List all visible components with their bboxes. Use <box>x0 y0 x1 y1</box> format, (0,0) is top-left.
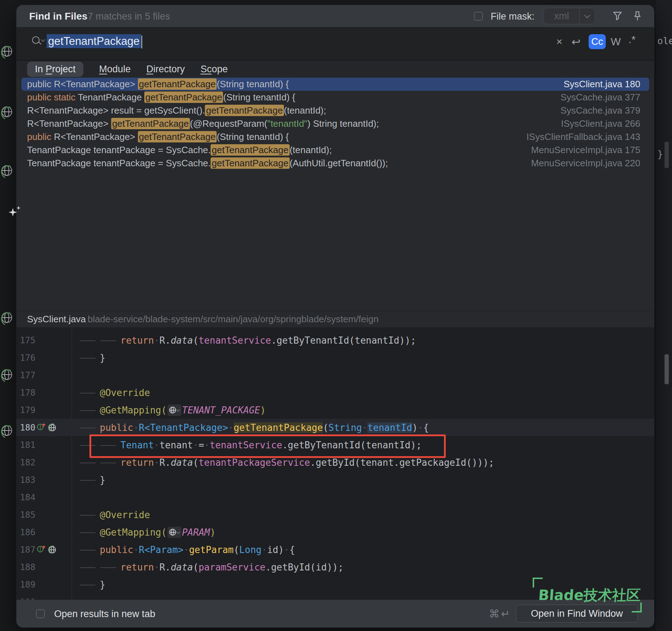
leaf-arc-icon <box>0 105 16 122</box>
code-line-content: Tenant·tenant·=·tenantService.getByTenan… <box>72 440 422 450</box>
clear-search-icon[interactable]: × <box>556 36 563 48</box>
match-highlight: getTenantPackage <box>138 78 217 90</box>
code-token: getParam <box>189 544 233 555</box>
globe-icon <box>49 424 56 431</box>
result-file-reference: MenuServiceImpl.java 175 <box>531 145 640 156</box>
insert-newline-icon[interactable]: ↩ <box>572 36 580 48</box>
match-case-toggle[interactable]: Cc <box>589 34 606 49</box>
background-code-fragment: } <box>657 149 663 160</box>
code-token: R<Param> <box>139 544 183 555</box>
tab-scope[interactable]: Scope <box>201 62 228 77</box>
code-token: R. <box>160 335 171 346</box>
leaf-arc-icon <box>47 544 58 555</box>
search-query-selected-text: getTenantPackage <box>47 34 141 48</box>
find-in-files-dialog: Find in Files 7 matches in 5 files File … <box>16 5 654 627</box>
file-mask-value: xml <box>544 11 579 22</box>
tab-whitespace-marker <box>79 528 100 537</box>
code-token: · <box>183 544 189 555</box>
implementing-method-icon[interactable]: I <box>37 544 47 556</box>
code-preview[interactable]: 175return·R.data(tenantService.getByTena… <box>16 327 654 600</box>
code-token: data <box>171 335 193 346</box>
search-input[interactable]: getTenantPackage <box>47 35 142 48</box>
code-token: ) <box>412 422 418 433</box>
tab-whitespace-marker <box>79 423 100 432</box>
code-token: Tenant <box>120 440 154 450</box>
result-row[interactable]: public static TenantPackage getTenantPac… <box>16 91 654 104</box>
tab-in-project[interactable]: In Project <box>27 62 83 77</box>
leaf-arc-icon <box>0 163 16 181</box>
chevron-down-icon <box>176 408 180 412</box>
file-mask-dropdown-button[interactable] <box>579 8 595 24</box>
gutter: 188 <box>16 562 72 572</box>
whole-words-toggle[interactable]: W <box>611 36 621 48</box>
open-results-new-tab-checkbox[interactable] <box>36 609 45 618</box>
code-token: @GetMapping( <box>100 527 167 538</box>
code-token: ) <box>278 544 284 555</box>
code-token: · <box>284 544 290 555</box>
search-icon[interactable] <box>32 36 46 48</box>
tab-whitespace-marker <box>100 440 120 450</box>
result-row[interactable]: TenantPackage tenantPackage = SysCache.g… <box>16 144 654 157</box>
filter-icon[interactable] <box>612 10 623 22</box>
globe-icon <box>1 369 12 380</box>
code-token: TenantPackage <box>76 92 144 103</box>
preview-path-bar: SysClient.java blade-service/blade-syste… <box>16 311 654 328</box>
code-lines: 175return·R.data(tenantService.getByTena… <box>16 332 654 600</box>
code-token: (AuthUtil.getTenantId()); <box>290 158 388 168</box>
chevron-down-icon <box>584 12 590 18</box>
code-token: @Override <box>100 387 150 398</box>
endpoint-globe-inlay-icon[interactable] <box>167 527 181 538</box>
file-mask-checkbox[interactable] <box>474 12 483 21</box>
result-row[interactable]: TenantPackage tenantPackage = SysCache.g… <box>16 157 654 170</box>
open-in-find-window-button[interactable]: Open in Find Window <box>516 605 638 622</box>
gutter: 177 <box>16 370 72 380</box>
code-line-content: public·R<TenantPackage>·getTenantPackage… <box>72 422 429 433</box>
editor-scrollbar-thumb[interactable] <box>665 354 669 384</box>
code-token: Long <box>239 544 262 555</box>
match-highlight: getTenantPackage <box>211 144 289 156</box>
tab-module[interactable]: Module <box>99 62 131 77</box>
regex-toggle[interactable]: .* <box>629 33 636 46</box>
rest-endpoint-globe-icon[interactable] <box>48 423 57 432</box>
gutter: 186 <box>16 527 72 537</box>
editor-scrollbar-thumb[interactable] <box>665 142 669 168</box>
gutter: 185 <box>16 510 72 520</box>
code-token: R. <box>160 562 171 573</box>
code-line-content: } <box>72 353 105 363</box>
code-token: @Override <box>100 510 150 520</box>
code-token: return <box>120 457 154 468</box>
code-token: "tenantId" <box>267 118 307 129</box>
result-row[interactable]: R<TenantPackage> getTenantPackage(@Reque… <box>16 117 654 130</box>
code-line-content: return·R.data(tenantService.getByTenantI… <box>72 335 416 346</box>
code-token: (tenantId); <box>284 105 326 116</box>
code-token: public <box>27 131 51 142</box>
code-token: = <box>198 440 204 450</box>
endpoint-globe-inlay-icon[interactable] <box>167 405 181 416</box>
code-token: · <box>154 562 160 573</box>
code-line-content: @Override <box>72 387 150 398</box>
rest-endpoint-globe-icon <box>0 104 14 117</box>
code-token: .getById(tenant.getPackageId())); <box>310 457 494 468</box>
result-snippet: R<TenantPackage> result = getSysClient()… <box>27 105 326 116</box>
background-code-fragment: oleI <box>657 36 672 46</box>
result-row[interactable]: public R<TenantPackage> getTenantPackage… <box>16 130 654 144</box>
match-highlight: getTenantPackage <box>205 105 284 116</box>
code-line: 190 <box>16 593 654 600</box>
file-mask-combobox[interactable]: xml <box>543 8 595 24</box>
background-editor-right-strip: oleI } <box>655 0 672 631</box>
tab-whitespace-marker <box>79 336 100 345</box>
code-token: paramService <box>198 562 265 573</box>
implementing-method-icon[interactable]: I <box>37 422 47 433</box>
rest-endpoint-globe-icon[interactable] <box>48 546 57 554</box>
leaf-arc-icon <box>0 44 16 61</box>
line-number: 175 <box>20 335 36 345</box>
tab-directory[interactable]: Directory <box>146 62 185 77</box>
result-row[interactable]: R<TenantPackage> result = getSysClient()… <box>16 104 654 117</box>
dialog-title: Find in Files <box>29 11 87 22</box>
tab-whitespace-marker <box>79 388 100 397</box>
code-line-content: } <box>72 475 105 485</box>
code-token: (tenantId); <box>290 145 332 155</box>
result-row[interactable]: public R<TenantPackage> getTenantPackage… <box>21 78 649 91</box>
pin-icon[interactable] <box>632 10 643 22</box>
search-history-chevron-icon <box>41 37 45 42</box>
